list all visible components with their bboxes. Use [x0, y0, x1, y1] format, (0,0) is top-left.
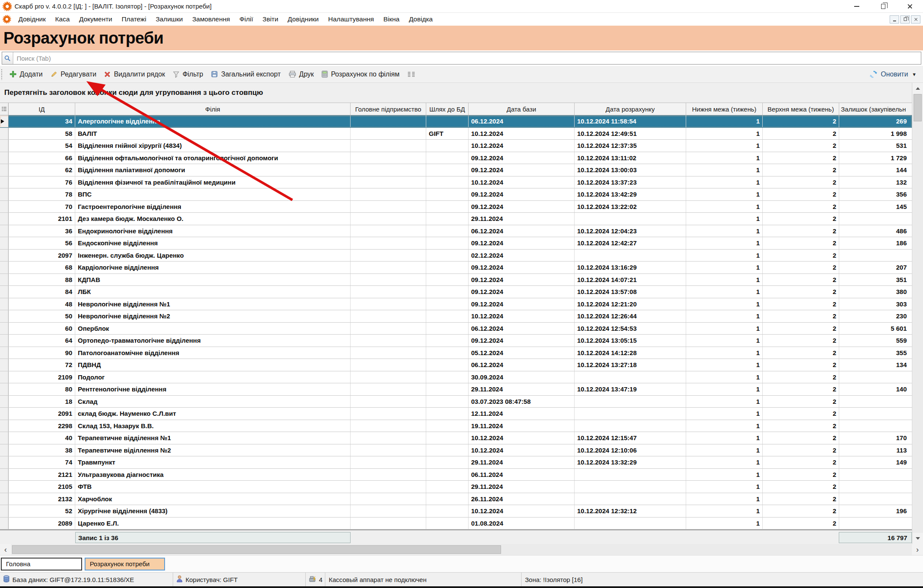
vertical-scrollbar[interactable]	[912, 83, 923, 544]
column-header-base-date[interactable]: Дата бази	[469, 103, 575, 115]
table-row[interactable]: 62Відділення паліативної допомоги09.12.2…	[0, 164, 912, 176]
filter-button[interactable]: Фільтр	[169, 68, 207, 80]
table-row[interactable]: 40Терапевтичне відділення №110.12.202410…	[0, 432, 912, 444]
search-input[interactable]	[13, 55, 921, 62]
table-row[interactable]: 2132Харчоблок26.11.202412	[0, 493, 912, 506]
refresh-dropdown-caret[interactable]: ▼	[912, 72, 917, 77]
menu-item-залишки[interactable]: Залишки	[151, 14, 188, 25]
table-row[interactable]: 2097Інженерн. служба бюдж. Царенко02.12.…	[0, 250, 912, 262]
column-header-calc-date[interactable]: Дата розрахунку	[575, 103, 686, 115]
menu-item-довідники[interactable]: Довідники	[283, 14, 324, 25]
table-row[interactable]: 60Оперблок06.12.202410.12.2024 12:54:531…	[0, 323, 912, 335]
table-row[interactable]: 56Ендоскопічне відділення09.12.202410.12…	[0, 237, 912, 250]
table-row[interactable]: 76Відділення фізичної та реабілітаційної…	[0, 176, 912, 189]
table-row[interactable]: 2298Склад 153, Назарук В.В.19.11.202412	[0, 420, 912, 432]
mdi-restore-button[interactable]	[900, 15, 910, 24]
window-title: Скарб pro v. 4.0.0.2 [ІД: ] - [ВАЛІТ. Із…	[15, 3, 212, 10]
tab-rozrakhunok-potreby[interactable]: Розрахунок потреби	[85, 558, 165, 570]
table-row[interactable]: 74Травмпункт29.11.202410.12.2024 13:32:2…	[0, 456, 912, 469]
table-row[interactable]: 84ЛБК09.12.202410.12.2024 13:57:0812380	[0, 286, 912, 298]
menu-item-довідка[interactable]: Довідка	[404, 14, 437, 25]
delete-row-button[interactable]: Видалити рядок	[100, 68, 168, 80]
table-row[interactable]: 18Склад03.07.2023 08:47:5812	[0, 396, 912, 408]
scroll-down-arrow[interactable]	[912, 533, 923, 544]
cell: 66	[9, 152, 75, 164]
menu-item-філії[interactable]: Філії	[235, 14, 258, 25]
horizontal-scroll-thumb[interactable]	[12, 545, 501, 554]
calc-by-branches-button[interactable]: Розрахунок по філіям	[318, 68, 403, 80]
toolbar-drag-handle[interactable]	[1, 69, 3, 80]
edit-button[interactable]: Редагувати	[47, 68, 100, 80]
table-row[interactable]: 68Кардіологічне відділення09.12.202410.1…	[0, 262, 912, 274]
menu-item-документи[interactable]: Документи	[74, 14, 117, 25]
table-row[interactable]: 38Терапевтичне віділлення №210.12.202410…	[0, 444, 912, 457]
cell: 10.12.2024	[469, 444, 575, 456]
menu-item-звіти[interactable]: Звіти	[258, 14, 283, 25]
table-row[interactable]: 34Алергологічне відділення06.12.202410.1…	[0, 115, 912, 128]
vertical-scroll-track[interactable]	[912, 121, 923, 533]
columns-button[interactable]	[403, 69, 419, 80]
table-row[interactable]: 52Хірургічне відділення (4833)10.12.2024…	[0, 505, 912, 517]
column-header-db-path[interactable]: Шлях до БД	[426, 103, 469, 115]
column-header-branch[interactable]: Філія	[75, 103, 351, 115]
table-row[interactable]: 2105ФТВ29.11.202412	[0, 481, 912, 493]
menu-item-вікна[interactable]: Вікна	[379, 14, 404, 25]
minimize-button[interactable]	[843, 0, 870, 12]
cell	[839, 371, 912, 383]
print-button[interactable]: Друк	[285, 68, 318, 80]
menu-item-налаштування[interactable]: Налаштування	[324, 14, 379, 25]
table-row[interactable]: 36Ендокринологічне відділення06.12.20241…	[0, 225, 912, 238]
restore-button[interactable]	[870, 0, 896, 12]
table-row[interactable]: 88КДПАВ09.12.202410.12.2024 14:07:211235…	[0, 274, 912, 286]
cell: 52	[9, 505, 75, 517]
add-button[interactable]: Додати	[6, 68, 47, 80]
title-bar: Скарб pro v. 4.0.0.2 [ІД: ] - [ВАЛІТ. Із…	[0, 0, 923, 13]
table-row[interactable]: 2101Дез камера бюдж. Москаленко О.29.11.…	[0, 213, 912, 225]
table-row[interactable]: 78ВПС09.12.202410.12.2024 13:42:2912356	[0, 188, 912, 201]
vertical-scroll-thumb[interactable]	[914, 94, 922, 121]
horizontal-scrollbar[interactable]: ‹ ›	[0, 544, 923, 555]
menu-item-каса[interactable]: Каса	[50, 14, 74, 25]
cell: КДПАВ	[75, 274, 351, 286]
table-row[interactable]: 54Відділення гнійної хірургії (4834)10.1…	[0, 140, 912, 152]
cell: 19.11.2024	[469, 420, 575, 432]
menu-item-замовлення[interactable]: Замовлення	[188, 14, 235, 25]
table-row[interactable]: 80Рентгенологічне відділення29.11.202410…	[0, 383, 912, 396]
column-header-lower-limit[interactable]: Нижня межа (тижень)	[686, 103, 763, 115]
cell: 06.12.2024	[469, 323, 575, 335]
mdi-close-button[interactable]	[911, 15, 920, 24]
scroll-up-arrow[interactable]	[912, 83, 923, 94]
table-row[interactable]: 64Ортопедо-травматологічне відділення09.…	[0, 335, 912, 347]
menu-item-довідник[interactable]: Довідник	[14, 14, 50, 25]
mdi-minimize-button[interactable]	[890, 15, 899, 24]
column-header-id[interactable]: ІД	[9, 103, 75, 115]
close-button[interactable]	[896, 0, 923, 12]
application-window: Скарб pro v. 4.0.0.2 [ІД: ] - [ВАЛІТ. Із…	[0, 0, 923, 588]
table-row[interactable]: 72ПДВНД06.12.202410.12.2024 13:27:181213…	[0, 359, 912, 371]
table-row[interactable]: 2091склад бюдж. Науменко С.Л.вит12.11.20…	[0, 408, 912, 420]
grid-options-icon[interactable]	[0, 103, 9, 115]
table-row[interactable]: 50Неврологічне відділення №210.12.202410…	[0, 310, 912, 323]
table-row[interactable]: 48Неврологічне відділення №109.12.202410…	[0, 298, 912, 311]
table-row[interactable]: 2121Ультразвукова діагностика06.11.20241…	[0, 469, 912, 481]
table-row[interactable]: 2089Царенко Е.Л.01.08.202412	[0, 517, 912, 530]
table-row[interactable]: 90Патологоанатомічне відділення05.12.202…	[0, 347, 912, 359]
column-header-remainder[interactable]: Залишок (закупівельн	[839, 103, 912, 115]
scroll-left-arrow[interactable]: ‹	[0, 544, 11, 555]
cell: 2	[763, 383, 839, 395]
search-icon[interactable]	[2, 52, 13, 64]
scroll-right-arrow[interactable]: ›	[912, 544, 923, 555]
cell: 10.12.2024	[469, 310, 575, 322]
table-row[interactable]: 58ВАЛІТGIFT10.12.202410.12.2024 12:49:51…	[0, 128, 912, 140]
cell: 196	[839, 505, 912, 517]
tab-home[interactable]: Головна	[1, 558, 82, 570]
cell: 1	[686, 274, 763, 286]
column-header-main-enterprise[interactable]: Головне підприємство	[351, 103, 426, 115]
table-row[interactable]: 2109Подолог30.09.202412	[0, 371, 912, 384]
table-row[interactable]: 70Гастроентерологічне відділення09.12.20…	[0, 201, 912, 213]
refresh-button[interactable]: Оновити ▼	[865, 68, 920, 81]
export-button[interactable]: Загальний експорт	[207, 68, 284, 80]
menu-item-платежі[interactable]: Платежі	[117, 14, 151, 25]
table-row[interactable]: 66Відділення офтальмологічної та отолари…	[0, 152, 912, 165]
column-header-upper-limit[interactable]: Верхня межа (тижень)	[763, 103, 839, 115]
